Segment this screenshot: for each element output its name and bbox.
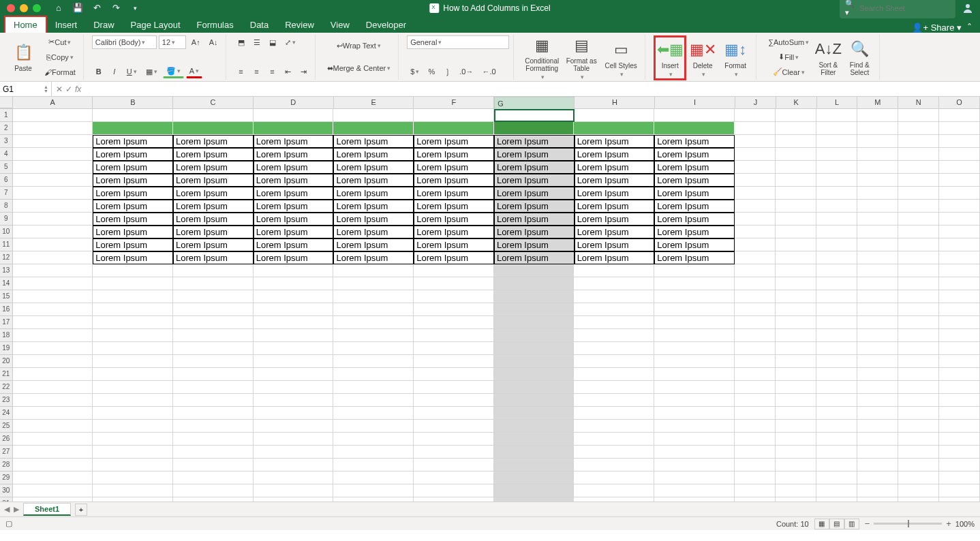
cell-B29[interactable] [93,472,173,484]
cell-L13[interactable] [816,264,857,277]
cell-D7[interactable]: Lorem Ipsum [254,187,334,200]
cell-L30[interactable] [816,484,857,497]
row-header-22[interactable]: 22 [0,381,13,394]
cell-O5[interactable] [939,161,980,174]
cell-L3[interactable] [816,135,857,148]
cell-L21[interactable] [816,368,857,381]
cell-F6[interactable]: Lorem Ipsum [414,174,494,187]
cell-J19[interactable] [735,342,776,355]
cell-A9[interactable] [13,213,93,226]
cell-M5[interactable] [857,161,898,174]
cell-K19[interactable] [776,342,816,355]
cell-N19[interactable] [898,342,939,355]
cell-G6[interactable]: Lorem Ipsum [494,174,575,187]
search-sheet-box[interactable]: 🔍▾ [840,0,955,18]
cell-G13[interactable] [494,264,575,277]
cell-H3[interactable]: Lorem Ipsum [575,135,655,148]
cell-D20[interactable] [254,355,334,368]
cell-B7[interactable]: Lorem Ipsum [93,187,173,200]
row-header-25[interactable]: 25 [0,420,13,433]
cell-B9[interactable]: Lorem Ipsum [93,213,173,226]
cell-O14[interactable] [939,277,980,290]
cell-I13[interactable] [654,264,735,277]
cell-M22[interactable] [857,381,898,394]
cell-E27[interactable] [333,446,414,459]
cell-E17[interactable] [333,316,414,329]
cell-F20[interactable] [414,355,494,368]
cell-H19[interactable] [574,342,654,355]
cell-G2[interactable] [494,122,575,135]
cell-L12[interactable] [816,251,857,264]
undo-icon[interactable]: ↶ [91,3,102,14]
cell-E26[interactable] [333,433,414,446]
font-size-select[interactable]: 12 [159,35,186,49]
spreadsheet-grid[interactable]: ABCDEFGHIJKLMNO 123Lorem IpsumLorem Ipsu… [0,97,980,501]
cell-L27[interactable] [816,446,857,459]
cell-E14[interactable] [333,277,414,290]
cell-O21[interactable] [939,368,980,381]
col-header-J[interactable]: J [735,97,776,108]
row-header-31[interactable]: 31 [0,497,13,501]
cell-G29[interactable] [494,472,575,484]
cell-L19[interactable] [816,342,857,355]
find-select-button[interactable]: 🔍Find & Select [844,35,875,80]
cell-J9[interactable] [735,213,776,226]
cell-O24[interactable] [939,407,980,420]
cell-G25[interactable] [494,420,575,433]
cell-C31[interactable] [173,497,254,501]
cell-N17[interactable] [898,316,939,329]
cell-F25[interactable] [414,420,494,433]
cell-I22[interactable] [654,381,735,394]
tab-formulas[interactable]: Formulas [189,17,242,33]
cell-L28[interactable] [816,459,857,472]
cell-H4[interactable]: Lorem Ipsum [575,148,655,161]
cell-J31[interactable] [735,497,776,501]
cell-F5[interactable]: Lorem Ipsum [414,161,494,174]
merge-center-button[interactable]: ⬌ Merge & Center [324,58,395,78]
qat-dropdown-icon[interactable]: ▾ [129,3,140,14]
cell-N13[interactable] [898,264,939,277]
save-icon[interactable]: 💾 [72,3,83,14]
cell-L10[interactable] [816,226,857,238]
row-header-8[interactable]: 8 [0,200,13,213]
cell-I18[interactable] [654,329,735,342]
cell-G22[interactable] [494,381,575,394]
cell-G5[interactable]: Lorem Ipsum [494,161,575,174]
cell-A16[interactable] [13,303,93,316]
cell-D9[interactable]: Lorem Ipsum [254,213,334,226]
cell-C19[interactable] [173,342,254,355]
cell-K21[interactable] [776,368,816,381]
cell-L6[interactable] [816,174,857,187]
share-button[interactable]: 👤+ Share ▾ [912,22,962,33]
cell-H8[interactable]: Lorem Ipsum [575,200,655,213]
cell-E18[interactable] [333,329,414,342]
cell-F23[interactable] [414,394,494,407]
cell-B17[interactable] [93,316,173,329]
cell-J30[interactable] [735,484,776,497]
col-header-G[interactable]: G [494,97,575,110]
search-sheet-input[interactable] [859,4,950,12]
cell-D18[interactable] [254,329,334,342]
cell-A6[interactable] [13,174,93,187]
cell-H25[interactable] [574,420,654,433]
cell-H20[interactable] [574,355,654,368]
cell-N6[interactable] [898,174,939,187]
cell-N8[interactable] [898,200,939,213]
cell-G7[interactable]: Lorem Ipsum [494,187,575,200]
cell-D21[interactable] [254,368,334,381]
cell-A17[interactable] [13,316,93,329]
cell-K30[interactable] [776,484,816,497]
col-header-C[interactable]: C [173,97,254,108]
cell-I25[interactable] [654,420,735,433]
cell-D31[interactable] [254,497,334,501]
cell-D24[interactable] [254,407,334,420]
cell-D26[interactable] [254,433,334,446]
user-account-icon[interactable] [962,3,973,14]
font-color-button[interactable]: A [186,65,202,78]
cell-A31[interactable] [13,497,93,501]
cell-L23[interactable] [816,394,857,407]
bold-button[interactable]: B [92,65,106,78]
format-as-table-button[interactable]: ▤Format as Table [562,35,601,80]
cell-O23[interactable] [939,394,980,407]
align-right-icon[interactable]: ≡ [266,65,279,78]
